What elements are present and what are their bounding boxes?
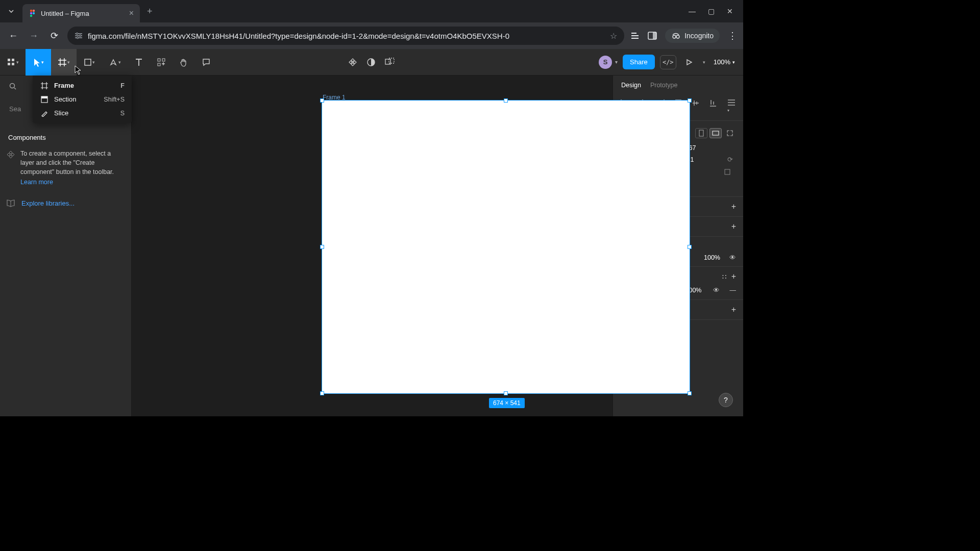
resize-handle[interactable]	[688, 391, 692, 395]
close-tab-icon[interactable]: ×	[129, 9, 134, 18]
svg-rect-28	[725, 169, 730, 174]
back-button[interactable]: ←	[6, 31, 20, 41]
resources-button[interactable]	[150, 49, 173, 76]
resize-handle[interactable]	[504, 98, 508, 103]
url-input[interactable]	[88, 32, 605, 40]
maximize-icon[interactable]: ▢	[708, 7, 715, 15]
move-tool-button[interactable]: ▾	[26, 49, 51, 76]
present-chevron-icon[interactable]: ▾	[703, 60, 705, 65]
avatar-chevron-icon[interactable]: ▾	[615, 59, 618, 65]
tab-title: Untitled – Figma	[41, 10, 89, 17]
mask-icon[interactable]	[366, 58, 376, 67]
component-icon[interactable]	[348, 58, 357, 67]
search-placeholder[interactable]: Sea	[9, 105, 21, 113]
svg-point-2	[30, 12, 32, 14]
resize-handle[interactable]	[688, 98, 692, 103]
reading-list-icon[interactable]	[630, 32, 640, 40]
present-button[interactable]	[681, 59, 697, 66]
text-tool-button[interactable]	[128, 49, 150, 76]
reload-button[interactable]: ⟳	[47, 30, 61, 41]
component-outline-icon	[6, 150, 15, 186]
comment-tool-button[interactable]	[195, 49, 217, 76]
layer-opacity-input[interactable]: 100%	[704, 254, 720, 261]
svg-point-3	[33, 12, 35, 14]
svg-point-7	[77, 37, 79, 39]
learn-more-link[interactable]: Learn more	[20, 179, 125, 186]
add-layout-grid-button[interactable]: +	[731, 222, 736, 231]
browser-address-bar: ← → ⟳ ☆ Incognito ⋮	[0, 22, 743, 49]
resize-handle[interactable]	[320, 391, 324, 395]
browser-menu-icon[interactable]: ⋮	[728, 30, 737, 41]
fill-styles-icon[interactable]: ∷	[722, 273, 726, 281]
explore-libraries-link[interactable]: Explore libraries...	[21, 199, 75, 207]
resize-handle[interactable]	[320, 245, 324, 249]
left-panel: Sea Frame F Section Shift+S Slice S Comp…	[0, 76, 132, 416]
add-auto-layout-button[interactable]: +	[731, 202, 736, 211]
visibility-toggle-icon[interactable]: 👁	[729, 254, 736, 261]
align-bottom-icon[interactable]	[709, 99, 717, 113]
svg-rect-26	[699, 130, 703, 136]
close-window-icon[interactable]: ✕	[727, 7, 733, 15]
dropdown-item-section[interactable]: Section Shift+S	[33, 92, 132, 106]
svg-point-5	[76, 33, 78, 35]
user-avatar[interactable]: S	[599, 56, 612, 69]
url-box[interactable]: ☆	[67, 27, 624, 45]
zoom-level[interactable]: 100%▾	[710, 58, 738, 66]
svg-rect-15	[12, 63, 14, 65]
share-button[interactable]: Share	[623, 55, 655, 69]
svg-rect-18	[162, 59, 165, 61]
fill-visibility-icon[interactable]: 👁	[713, 287, 720, 294]
canvas[interactable]: Frame 1 674 × 541	[132, 76, 612, 416]
search-icon[interactable]	[9, 83, 16, 90]
constrain-proportions-icon[interactable]: ⟳	[724, 156, 736, 163]
resize-fit-button[interactable]	[724, 128, 736, 138]
new-tab-button[interactable]: +	[140, 6, 160, 17]
slice-icon	[40, 110, 49, 117]
forward-button[interactable]: →	[27, 31, 41, 41]
distribute-icon[interactable]: ▾	[727, 99, 736, 113]
minimize-icon[interactable]: —	[689, 7, 696, 15]
add-stroke-button[interactable]: +	[731, 305, 736, 314]
book-icon	[6, 199, 15, 207]
resize-handle[interactable]	[320, 98, 324, 103]
landscape-button[interactable]	[709, 128, 722, 138]
resize-handle[interactable]	[504, 391, 508, 395]
pen-tool-button[interactable]: ▾	[102, 49, 128, 76]
dev-mode-button[interactable]: </>	[660, 55, 676, 69]
tab-search-button[interactable]	[0, 0, 22, 22]
help-button[interactable]: ?	[719, 393, 733, 407]
frame-icon	[40, 82, 49, 89]
svg-point-10	[673, 35, 676, 38]
independent-corners-icon[interactable]	[724, 168, 736, 176]
side-panel-icon[interactable]	[648, 32, 657, 40]
svg-rect-13	[12, 59, 14, 61]
site-settings-icon[interactable]	[75, 32, 83, 39]
svg-rect-16	[85, 59, 91, 65]
tab-prototype[interactable]: Prototype	[650, 82, 678, 89]
svg-rect-17	[158, 59, 160, 61]
svg-rect-25	[41, 96, 47, 98]
incognito-icon	[671, 32, 680, 39]
main-menu-button[interactable]: ▾	[0, 49, 26, 76]
figma-toolbar: ▾ ▾ ▾ ▾ ▾	[0, 49, 743, 76]
remove-fill-button[interactable]: —	[730, 287, 737, 294]
dropdown-item-frame[interactable]: Frame F	[33, 79, 132, 92]
portrait-button[interactable]	[695, 128, 707, 138]
svg-point-4	[30, 15, 32, 17]
bookmark-icon[interactable]: ☆	[610, 31, 617, 41]
resize-handle[interactable]	[688, 245, 692, 249]
svg-rect-19	[158, 63, 160, 66]
browser-tab[interactable]: Untitled – Figma ×	[22, 4, 140, 22]
add-fill-button[interactable]: +	[731, 272, 736, 281]
incognito-chip[interactable]: Incognito	[665, 29, 720, 43]
hand-tool-button[interactable]	[173, 49, 195, 76]
svg-rect-14	[8, 63, 10, 65]
frame-tool-button[interactable]: ▾	[51, 49, 77, 76]
dropdown-item-slice[interactable]: Slice S	[33, 106, 132, 120]
svg-point-11	[676, 35, 679, 38]
frame-1[interactable]	[322, 100, 690, 394]
align-vcenter-icon[interactable]	[692, 99, 699, 113]
figma-favicon	[29, 9, 37, 17]
boolean-icon[interactable]	[385, 58, 395, 67]
tab-design[interactable]: Design	[621, 82, 641, 89]
